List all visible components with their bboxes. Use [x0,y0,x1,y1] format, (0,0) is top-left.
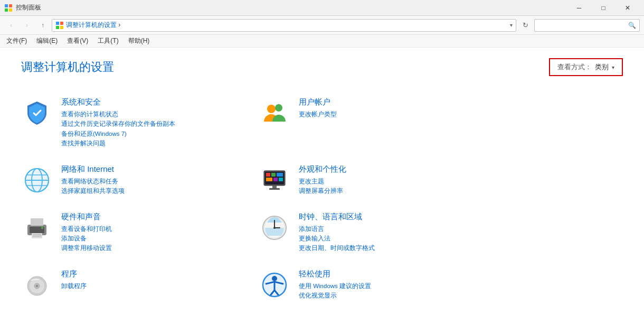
svg-point-38 [273,227,276,229]
up-button[interactable]: ↑ [36,18,50,32]
category-accessibility: 轻松使用 使用 Windows 建议的设置 优化视觉显示 [259,264,496,311]
menu-view[interactable]: 查看(V) [63,35,92,47]
forward-button[interactable]: › [20,18,34,32]
forward-icon: › [26,22,28,29]
hardware-link-0[interactable]: 查看设备和打印机 [61,224,248,234]
system-security-title[interactable]: 系统和安全 [61,97,248,107]
view-control[interactable]: 查看方式： 类别 ▾ [549,58,623,76]
refresh-icon: ↻ [523,21,528,29]
refresh-button[interactable]: ↻ [518,18,532,32]
system-security-link-1[interactable]: 通过文件历史记录保存你的文件备份副本 [61,119,248,128]
system-security-link-2[interactable]: 备份和还原(Windows 7) [61,129,248,138]
search-bar[interactable]: 🔍 [534,19,640,32]
programs-link-0[interactable]: 卸载程序 [61,281,248,291]
svg-point-44 [272,276,277,281]
svg-rect-6 [56,26,59,29]
accessibility-link-0[interactable]: 使用 Windows 建议的设置 [299,281,486,291]
clock-title[interactable]: 时钟、语言和区域 [299,212,486,222]
network-icon[interactable] [21,164,53,196]
search-input[interactable] [538,22,628,29]
appearance-link-1[interactable]: 调整屏幕分辨率 [299,186,486,196]
programs-icon[interactable] [21,269,53,301]
clock-link-0[interactable]: 添加语言 [299,224,486,234]
svg-rect-1 [9,4,12,7]
svg-point-8 [267,105,276,113]
clock-icon[interactable] [259,212,290,244]
system-security-link-0[interactable]: 查看你的计算机状态 [61,109,248,119]
appearance-info: 外观和个性化 更改主题 调整屏幕分辨率 [299,164,486,196]
accessibility-title[interactable]: 轻松使用 [299,269,486,279]
hardware-icon[interactable] [21,212,53,244]
programs-title[interactable]: 程序 [61,269,248,279]
svg-rect-22 [266,178,272,181]
network-link-0[interactable]: 查看网络状态和任务 [61,177,248,186]
category-clock: 时钟、语言和区域 添加语言 更换输入法 更改日期、时间或数字格式 [259,207,496,264]
title-bar-controls: ─ □ ✕ [567,0,640,16]
clock-link-2[interactable]: 更改日期、时间或数字格式 [299,243,486,253]
category-appearance: 外观和个性化 更改主题 调整屏幕分辨率 [259,159,496,207]
search-icon: 🔍 [628,22,636,29]
minimize-button[interactable]: ─ [567,0,591,16]
svg-rect-25 [272,186,277,188]
address-bar[interactable]: 调整计算机的设置 › ▾ [52,19,516,32]
network-title[interactable]: 网络和 Internet [61,164,248,174]
svg-point-33 [41,227,43,229]
svg-rect-19 [266,173,270,177]
hardware-link-1[interactable]: 添加设备 [61,234,248,243]
category-hardware: 硬件和声音 查看设备和打印机 添加设备 调整常用移动设置 [21,207,259,264]
system-security-icon[interactable] [21,97,53,129]
svg-rect-5 [60,22,63,25]
user-accounts-icon[interactable] [259,97,290,129]
appearance-icon[interactable] [259,164,290,196]
nav-bar: ‹ › ↑ 调整计算机的设置 › ▾ ↻ 🔍 [0,16,644,35]
accessibility-icon[interactable] [259,269,290,301]
svg-point-16 [26,170,48,191]
clock-info: 时钟、语言和区域 添加语言 更换输入法 更改日期、时间或数字格式 [299,212,486,253]
svg-rect-31 [33,234,41,235]
category-user-accounts: 用户帐户 更改帐户类型 [259,92,496,159]
accessibility-link-1[interactable]: 优化视觉显示 [299,291,486,300]
svg-point-9 [275,104,282,112]
hardware-info: 硬件和声音 查看设备和打印机 添加设备 调整常用移动设置 [61,212,248,253]
system-security-link-3[interactable]: 查找并解决问题 [61,138,248,148]
programs-info: 程序 卸载程序 [61,269,248,301]
back-icon: ‹ [10,22,12,29]
view-chevron-icon: ▾ [612,64,614,70]
up-icon: ↑ [41,22,44,29]
svg-rect-26 [269,188,280,190]
user-accounts-info: 用户帐户 更改帐户类型 [299,97,486,149]
maximize-button[interactable]: □ [591,0,615,16]
title-bar-left: 控制面板 [4,3,41,12]
user-accounts-title[interactable]: 用户帐户 [299,97,486,107]
menu-help[interactable]: 帮助(H) [124,35,154,47]
hardware-title[interactable]: 硬件和声音 [61,212,248,222]
appearance-title[interactable]: 外观和个性化 [299,164,486,174]
back-button[interactable]: ‹ [4,18,18,32]
category-system-security: 系统和安全 查看你的计算机状态 通过文件历史记录保存你的文件备份副本 备份和还原… [21,92,259,159]
system-security-info: 系统和安全 查看你的计算机状态 通过文件历史记录保存你的文件备份副本 备份和还原… [61,97,248,149]
view-control-label: 查看方式： [557,62,592,72]
menu-edit[interactable]: 编辑(E) [32,35,62,47]
window-title: 控制面板 [16,3,41,12]
hardware-link-2[interactable]: 调整常用移动设置 [61,243,248,253]
menu-tools[interactable]: 工具(T) [93,35,122,47]
category-programs: 程序 卸载程序 [21,264,259,311]
clock-link-1[interactable]: 更换输入法 [299,234,486,243]
svg-rect-2 [5,8,8,12]
address-chevron-icon: ▾ [510,22,513,28]
network-link-1[interactable]: 选择家庭组和共享选项 [61,186,248,196]
close-button[interactable]: ✕ [615,0,640,16]
page-title: 调整计算机的设置 [21,59,114,75]
title-bar: 控制面板 ─ □ ✕ [0,0,644,16]
main-content: 调整计算机的设置 查看方式： 类别 ▾ 系统和安全 查看你的计算机状态 通过文件… [0,48,644,333]
page-header: 调整计算机的设置 查看方式： 类别 ▾ [21,58,623,76]
window-icon [4,4,13,12]
svg-rect-7 [60,26,63,29]
appearance-link-0[interactable]: 更改主题 [299,177,486,186]
menu-file[interactable]: 文件(F) [2,35,31,47]
address-label: 调整计算机的设置 [66,21,117,29]
accessibility-info: 轻松使用 使用 Windows 建议的设置 优化视觉显示 [299,269,486,301]
svg-rect-29 [31,218,43,226]
user-accounts-link-0[interactable]: 更改帐户类型 [299,109,486,119]
svg-rect-3 [9,8,12,12]
